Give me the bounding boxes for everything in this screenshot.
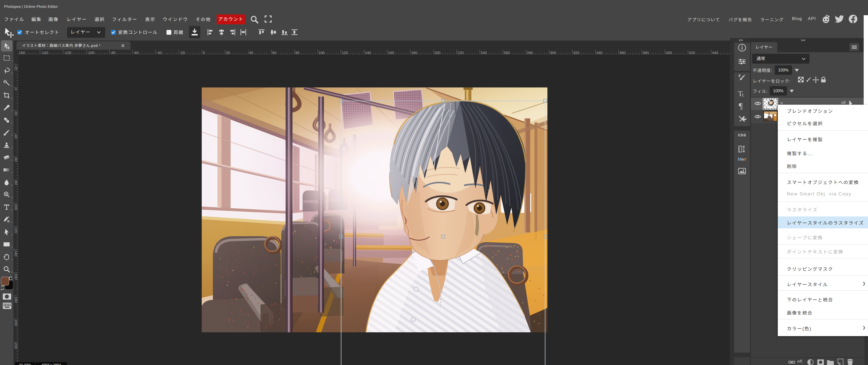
svg-text:440: 440 <box>712 51 718 55</box>
svg-text:380: 380 <box>643 51 649 55</box>
svg-text:-140: -140 <box>41 51 48 55</box>
svg-text:140: 140 <box>14 250 18 256</box>
svg-text:360: 360 <box>619 51 625 55</box>
svg-text:240: 240 <box>480 51 487 55</box>
svg-text:-40: -40 <box>156 51 162 55</box>
svg-text:100: 100 <box>14 204 18 210</box>
svg-text:180: 180 <box>411 51 417 55</box>
svg-text:-80: -80 <box>110 51 116 55</box>
svg-text:100: 100 <box>318 51 324 55</box>
svg-text:120: 120 <box>14 227 18 233</box>
svg-text:40: 40 <box>14 134 18 139</box>
svg-text:20: 20 <box>226 51 230 55</box>
svg-text:220: 220 <box>14 343 18 349</box>
svg-text:120: 120 <box>342 51 348 55</box>
svg-text:420: 420 <box>689 51 695 55</box>
svg-text:-160: -160 <box>18 51 25 55</box>
svg-text:40: 40 <box>249 51 253 55</box>
svg-text:180: 180 <box>14 297 18 303</box>
svg-text:-100: -100 <box>87 51 94 55</box>
svg-text:320: 320 <box>573 51 579 55</box>
svg-text:t: t <box>742 92 744 98</box>
svg-text:160: 160 <box>388 51 394 55</box>
svg-text:-120: -120 <box>64 51 71 55</box>
svg-text:css: css <box>738 132 746 138</box>
svg-text:-20: -20 <box>14 65 18 70</box>
svg-text:¶: ¶ <box>739 102 743 110</box>
svg-text:280: 280 <box>527 51 533 55</box>
svg-text:200: 200 <box>14 320 18 326</box>
svg-text:0: 0 <box>14 88 18 90</box>
svg-text:200: 200 <box>434 51 440 55</box>
svg-text:140: 140 <box>365 51 371 55</box>
svg-text:-20: -20 <box>180 51 185 55</box>
svg-text:Mem: Mem <box>738 157 746 162</box>
svg-text:260: 260 <box>503 51 510 55</box>
svg-text:340: 340 <box>596 51 602 55</box>
svg-text:80: 80 <box>14 181 18 185</box>
svg-text:-60: -60 <box>133 51 138 55</box>
svg-text:300: 300 <box>550 51 556 55</box>
svg-text:60: 60 <box>272 51 276 55</box>
svg-text:60: 60 <box>14 158 18 162</box>
svg-text:20: 20 <box>14 111 18 115</box>
svg-text:0: 0 <box>203 51 205 55</box>
svg-text:160: 160 <box>14 273 18 280</box>
svg-text:80: 80 <box>295 51 299 55</box>
svg-text:400: 400 <box>666 51 672 55</box>
svg-text:220: 220 <box>458 51 464 55</box>
